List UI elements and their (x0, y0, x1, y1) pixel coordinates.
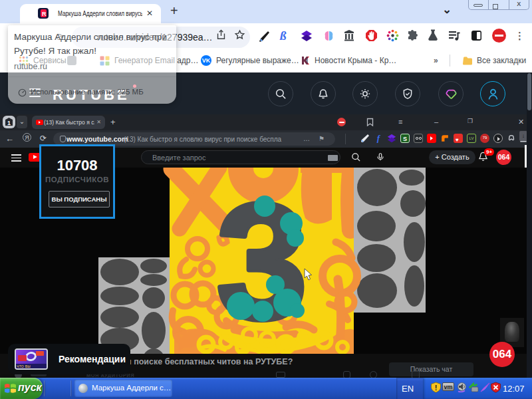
svg-text:!: ! (435, 384, 438, 392)
svg-text:1: 1 (7, 120, 11, 126)
